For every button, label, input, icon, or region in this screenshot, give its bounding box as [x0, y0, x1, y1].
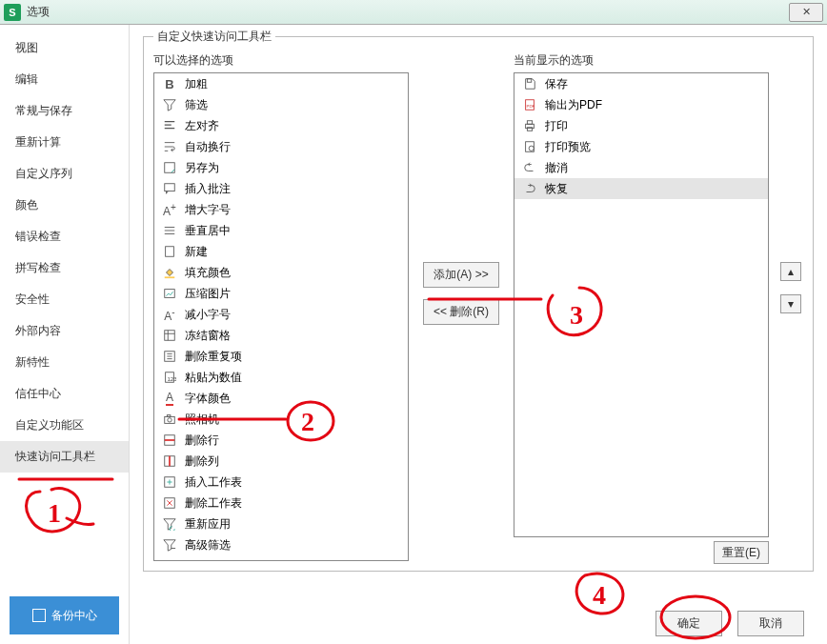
sidebar-item-3[interactable]: 重新计算	[0, 127, 129, 158]
save-icon	[522, 76, 537, 91]
current-options-listbox[interactable]: 保存PDF输出为PDF打印打印预览撤消恢复	[514, 72, 769, 537]
list-item-label: 删除工作表	[185, 495, 242, 512]
list-item-label: 左对齐	[185, 118, 219, 134]
backup-icon	[32, 609, 46, 622]
available-item[interactable]: A+增大字号	[154, 199, 408, 220]
list-item-label: 增大字号	[185, 202, 231, 218]
sidebar-item-4[interactable]: 自定义序列	[0, 158, 129, 190]
sidebar-nav-list: 视图编辑常规与保存重新计算自定义序列颜色错误检查拼写检查安全性外部内容新特性信任…	[0, 32, 129, 587]
decrease-font-icon: A-	[162, 307, 177, 322]
sidebar-item-0[interactable]: 视图	[0, 32, 129, 64]
sidebar-item-6[interactable]: 错误检查	[0, 221, 129, 252]
backup-center-button[interactable]: 备份中心	[10, 596, 119, 634]
available-item[interactable]: 重新应用	[154, 513, 408, 534]
list-item-label: 压缩图片	[185, 286, 231, 302]
window-title: 选项	[27, 4, 50, 20]
remove-button[interactable]: << 删除(R)	[423, 299, 499, 325]
svg-rect-5	[165, 331, 175, 341]
cancel-button[interactable]: 取消	[737, 611, 804, 636]
current-list-label: 当前显示的选项	[514, 52, 769, 69]
add-button[interactable]: 添加(A) >>	[423, 262, 499, 288]
list-item-label: 自动换行	[185, 139, 231, 155]
current-item[interactable]: 打印预览	[514, 136, 768, 157]
available-item[interactable]: 删除列	[154, 451, 408, 472]
available-item[interactable]: A-减小字号	[154, 304, 408, 325]
sidebar-item-11[interactable]: 信任中心	[0, 378, 129, 410]
sidebar-item-13[interactable]: 快速访问工具栏	[0, 441, 129, 473]
print-icon	[522, 118, 537, 133]
available-item[interactable]: 删除重复项	[154, 346, 408, 367]
available-item[interactable]: 冻结窗格	[154, 325, 408, 346]
list-item-label: 重新应用	[185, 516, 231, 533]
available-item[interactable]: A字体颜色	[154, 388, 408, 409]
sidebar-item-8[interactable]: 安全性	[0, 284, 129, 315]
list-item-label: 恢复	[545, 181, 568, 197]
available-item[interactable]: 自动换行	[154, 136, 408, 157]
svg-rect-20	[527, 121, 532, 125]
fill-color-icon	[162, 265, 177, 280]
increase-font-icon: A+	[162, 202, 177, 217]
current-item[interactable]: PDF输出为PDF	[514, 94, 768, 115]
available-item[interactable]: 筛选	[154, 94, 408, 115]
group-legend: 自定义快速访问工具栏	[153, 29, 275, 45]
available-item[interactable]: 删除行	[154, 430, 408, 451]
sidebar-item-10[interactable]: 新特性	[0, 347, 129, 378]
available-item[interactable]: 垂直居中	[154, 220, 408, 241]
available-item[interactable]: 123粘贴为数值	[154, 367, 408, 388]
sidebar-item-1[interactable]: 编辑	[0, 64, 129, 95]
list-item-label: 删除列	[185, 453, 219, 470]
list-item-label: 保存	[545, 76, 568, 92]
available-item[interactable]: 插入批注	[154, 178, 408, 199]
ok-button[interactable]: 确定	[656, 611, 722, 636]
svg-point-23	[529, 146, 534, 151]
export-pdf-icon: PDF	[522, 97, 537, 112]
available-item[interactable]: 压缩图片	[154, 283, 408, 304]
sidebar-item-12[interactable]: 自定义功能区	[0, 410, 129, 441]
list-item-label: 垂直居中	[185, 223, 231, 239]
svg-rect-4	[165, 290, 175, 298]
sidebar: 视图编辑常规与保存重新计算自定义序列颜色错误检查拼写检查安全性外部内容新特性信任…	[0, 25, 130, 644]
svg-text:PDF: PDF	[527, 104, 535, 109]
sidebar-item-5[interactable]: 颜色	[0, 190, 129, 221]
list-item-label: 打印	[545, 118, 568, 134]
move-up-button[interactable]: ▴	[780, 262, 801, 281]
current-item[interactable]: 保存	[514, 73, 768, 94]
available-item[interactable]: B加粗	[154, 73, 408, 94]
list-item-label: 高级筛选	[185, 537, 231, 553]
svg-rect-3	[165, 276, 175, 278]
vertical-center-icon	[162, 223, 177, 238]
available-item[interactable]: 插入工作表	[154, 472, 408, 493]
font-color-icon: A	[162, 391, 177, 406]
available-item[interactable]: 高级筛选	[154, 534, 408, 555]
list-item-label: 插入批注	[185, 181, 231, 197]
available-item[interactable]: 左对齐	[154, 115, 408, 136]
available-list-label: 可以选择的选项	[153, 52, 409, 69]
camera-icon	[162, 412, 177, 427]
sidebar-item-7[interactable]: 拼写检查	[0, 252, 129, 284]
available-item[interactable]: 照相机	[154, 409, 408, 430]
freeze-panes-icon	[162, 328, 177, 343]
available-item[interactable]: 填充颜色	[154, 262, 408, 283]
bold-icon: B	[162, 76, 177, 91]
list-item-label: 填充颜色	[185, 265, 231, 281]
available-item[interactable]: 删除工作表	[154, 493, 408, 513]
svg-point-10	[168, 418, 171, 422]
current-item[interactable]: 撤消	[514, 157, 768, 178]
current-item[interactable]: 恢复	[514, 178, 768, 199]
remove-duplicates-icon	[162, 349, 177, 364]
list-item-label: 减小字号	[185, 307, 231, 323]
print-preview-icon	[522, 139, 537, 154]
delete-row-icon	[162, 433, 177, 448]
reset-button[interactable]: 重置(E)	[714, 541, 769, 564]
available-options-listbox[interactable]: B加粗筛选左对齐自动换行另存为插入批注A+增大字号垂直居中新建填充颜色压缩图片A…	[153, 72, 409, 561]
sidebar-item-2[interactable]: 常规与保存	[0, 95, 129, 127]
available-item[interactable]: 新建	[154, 241, 408, 262]
window-close-button[interactable]: ✕	[789, 3, 823, 22]
list-item-label: 字体颜色	[185, 391, 231, 407]
current-item[interactable]: 打印	[514, 115, 768, 136]
paste-values-icon: 123	[162, 370, 177, 385]
svg-rect-11	[167, 415, 171, 417]
move-down-button[interactable]: ▾	[780, 294, 801, 313]
sidebar-item-9[interactable]: 外部内容	[0, 315, 129, 347]
available-item[interactable]: 另存为	[154, 157, 408, 178]
